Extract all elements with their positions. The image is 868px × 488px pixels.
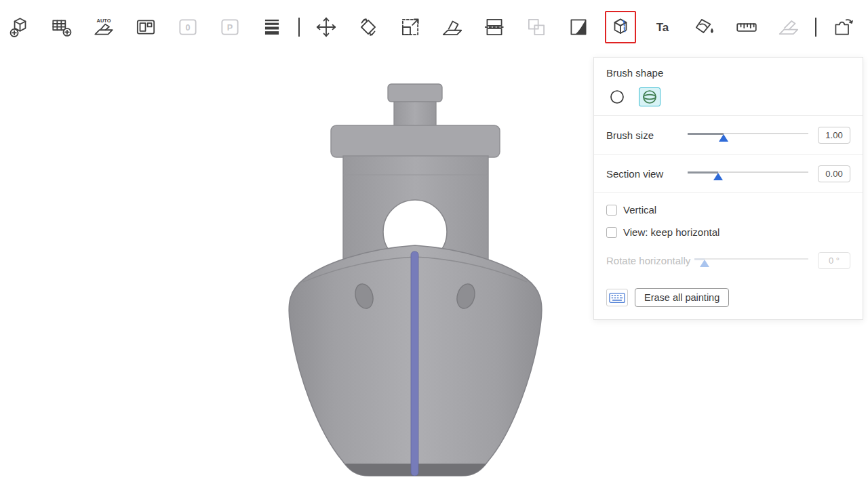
assembly-icon [831,15,855,39]
add-plate-button[interactable] [46,11,77,43]
layer-list-icon [260,15,284,39]
slider-thumb[interactable] [719,134,728,142]
slider-thumb[interactable] [713,173,723,180]
benchy-cabin-roof [331,125,500,157]
measure-button[interactable] [731,11,762,43]
add-plate-icon [50,15,74,39]
plate-p-button[interactable]: P [214,11,245,43]
seam-painting-button[interactable] [605,11,636,43]
text-tool-icon: Ta [650,15,675,39]
measure-icon [734,15,759,39]
rotate-button[interactable] [353,11,384,43]
text-tool-button[interactable]: Ta [647,11,678,43]
erase-all-painting-button[interactable]: Erase all painting [635,288,729,307]
vertical-checkbox-row[interactable]: Vertical [606,204,850,216]
viewport-3d[interactable]: Brush shape Brush size [0,54,868,488]
brush-shape-label: Brush shape [606,67,850,79]
color-painting-button[interactable] [689,11,720,43]
vertical-checkbox[interactable] [606,205,617,216]
slider-thumb [700,260,709,267]
slider-fill [688,133,724,135]
rotate-icon [356,15,380,39]
brush-size-row: Brush size [606,125,850,145]
svg-text:0: 0 [185,23,190,33]
plate-zero-button[interactable]: 0 [172,11,203,43]
plate-p-icon: P [218,15,242,39]
section-view-slider[interactable] [688,167,808,180]
auto-orient-icon: AUTO [92,15,116,39]
keyboard-icon [609,292,625,304]
brush-size-label: Brush size [606,129,688,141]
keyboard-shortcuts-button[interactable] [606,289,628,306]
section-view-input[interactable] [818,165,850,182]
rotate-horizontally-input [818,252,850,269]
mesh-boolean-button[interactable] [521,11,552,43]
toolbar-separator [815,18,816,37]
scale-icon [398,15,422,39]
section-view-label: Section view [606,168,688,180]
layer-list-button[interactable] [256,11,288,43]
keep-horizontal-checkbox-row[interactable]: View: keep horizontal [606,226,850,238]
svg-text:Ta: Ta [656,21,669,34]
benchy-chimney [388,84,442,129]
brush-size-input[interactable] [818,127,850,144]
add-object-button[interactable] [4,11,35,43]
auto-orient-button[interactable]: AUTO [88,11,119,43]
keep-horizontal-checkbox[interactable] [606,227,617,238]
toolbar-separator [298,18,300,37]
rotate-horizontally-slider [694,254,808,266]
add-object-icon [7,15,32,39]
panel-divider [594,192,863,193]
place-on-face-icon [440,15,465,39]
variable-layer-height-button[interactable] [563,11,594,43]
keep-horizontal-label: View: keep horizontal [623,226,719,238]
slider-track [694,258,808,260]
place-on-face-button[interactable] [437,11,468,43]
cut-icon [482,15,507,39]
svg-text:P: P [227,23,233,33]
arrange-button[interactable] [130,11,161,43]
assembly-button[interactable] [827,11,859,43]
rotate-horizontally-label: Rotate horizontally [606,255,690,266]
section-view-row: Section view [606,163,850,184]
plate-zero-icon: 0 [176,15,200,39]
brush-shape-circle-option[interactable] [606,87,628,106]
sphere-brush-icon [642,89,658,105]
brush-shape-options [606,87,850,106]
support-painting-button[interactable] [773,11,804,43]
color-painting-icon [692,15,717,39]
support-painting-icon [776,15,801,39]
cut-button[interactable] [479,11,510,43]
rotate-horizontally-row: Rotate horizontally [606,250,850,270]
panel-divider [594,154,863,155]
mesh-boolean-icon [524,15,549,39]
erase-row: Erase all painting [606,288,850,307]
brush-shape-sphere-option[interactable] [639,87,660,106]
move-button[interactable] [311,11,342,43]
seam-painting-icon [608,15,633,39]
move-icon [314,15,338,39]
scale-button[interactable] [395,11,426,43]
seam-painting-panel: Brush shape Brush size [593,57,863,320]
circle-brush-icon [609,89,625,105]
arrange-icon [134,15,158,39]
vertical-label: Vertical [623,204,656,216]
variable-layer-height-icon [566,15,591,39]
toolbar: AUTO 0 P [0,0,868,54]
panel-divider [594,115,863,116]
svg-text:AUTO: AUTO [97,18,111,24]
brush-size-slider[interactable] [688,129,808,141]
painted-seam-stripe [411,251,418,476]
